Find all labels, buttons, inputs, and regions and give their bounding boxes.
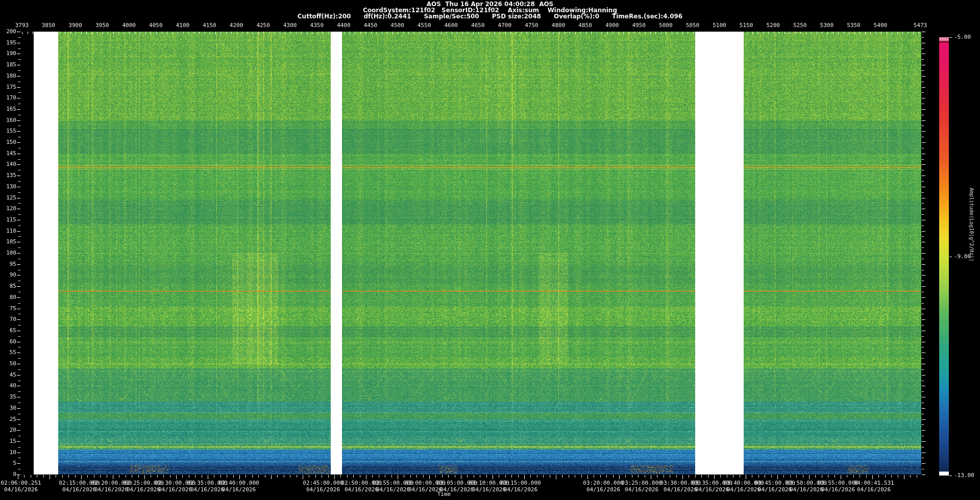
frequency-tick-label: 195	[2, 40, 16, 46]
frequency-tick-label: 135	[2, 172, 16, 179]
record-tick-label: 5000	[659, 22, 673, 29]
frequency-tick-label: 25	[2, 416, 16, 422]
record-tick-label: 3850	[42, 22, 56, 29]
frequency-tick-label: 110	[2, 228, 16, 234]
record-tick-label: 4450	[364, 22, 378, 29]
frequency-tick-label: 200	[2, 29, 16, 35]
time-tick-label: 02:06:00.251 04/16/2026	[1, 480, 41, 493]
frequency-tick-label: 75	[2, 306, 16, 312]
frequency-tick-label: 50	[2, 361, 16, 367]
frequency-tick-label: 10	[2, 449, 16, 456]
record-tick-label: 4900	[605, 22, 619, 29]
time-tick-label: 03:15:00.000 04/16/2026	[500, 480, 541, 493]
frequency-tick-label: 80	[2, 294, 16, 301]
record-tick-label: 4750	[525, 22, 538, 29]
frequency-tick-label: 15	[2, 438, 16, 444]
frequency-tick-label: 185	[2, 62, 16, 68]
frequency-tick-label: 125	[2, 195, 16, 201]
record-tick-label: 4850	[578, 22, 592, 29]
frequency-tick-label: 115	[2, 217, 16, 223]
frequency-tick-label: 150	[2, 139, 16, 145]
header-params-2: Cuttoff(Hz):200 df(Hz):0.2441 Sample/Sec…	[0, 13, 980, 19]
frequency-tick-label: 5	[2, 460, 16, 466]
colorbar-title: Amplitude(Log10(g^2/Hz))	[969, 188, 974, 331]
frequency-tick-label: 105	[2, 239, 16, 245]
frequency-tick-label: 180	[2, 73, 16, 79]
frequency-tick-label: 70	[2, 316, 16, 322]
record-tick-label: 5200	[766, 22, 780, 29]
record-tick-label: 5350	[847, 22, 861, 29]
record-tick-label: 4800	[552, 22, 566, 29]
frequency-tick-label: 40	[2, 383, 16, 389]
record-tick-label: 5300	[820, 22, 834, 29]
frequency-tick-label: 45	[2, 372, 16, 378]
frequency-tick-label: 0	[2, 471, 16, 478]
frequency-tick-label: 95	[2, 261, 16, 267]
record-tick-label: 4300	[283, 22, 297, 29]
time-tick-label: 04:00:41.531 04/16/2026	[853, 480, 894, 493]
record-tick-label: 4950	[632, 22, 646, 29]
record-tick-label: 4500	[390, 22, 404, 29]
record-tick-label: 5150	[740, 22, 753, 29]
record-tick-label: 5250	[793, 22, 807, 29]
record-tick-label: 4550	[418, 22, 431, 29]
time-axis-title: Time	[437, 491, 451, 497]
record-tick-label: 4350	[310, 22, 324, 29]
frequency-tick-label: 130	[2, 184, 16, 190]
record-tick-label: 5473	[914, 22, 927, 29]
frequency-tick-label: 165	[2, 106, 16, 112]
record-tick-label: 4650	[471, 22, 485, 29]
record-tick-label: 3950	[95, 22, 109, 29]
frequency-tick-label: 90	[2, 272, 16, 278]
record-tick-label: 4200	[230, 22, 243, 29]
record-tick-label: 4050	[149, 22, 163, 29]
time-tick-label: 03:55:00.000 04/16/2026	[818, 480, 858, 493]
time-tick-label: 03:20:00.000 04/16/2026	[583, 480, 623, 493]
frequency-tick-label: 85	[2, 283, 16, 289]
frequency-tick-label: 55	[2, 349, 16, 356]
record-tick-label: 4700	[498, 22, 512, 29]
frequency-tick-label: 65	[2, 328, 16, 334]
record-tick-label: 5100	[713, 22, 726, 29]
frequency-tick-label: 170	[2, 95, 16, 101]
colorbar-tick-label: -13.00	[954, 472, 974, 479]
frequency-tick-label: 175	[2, 84, 16, 90]
frequency-tick-label: 155	[2, 128, 16, 134]
frequency-tick-label: 145	[2, 151, 16, 157]
record-tick-label: 4250	[256, 22, 270, 29]
aos-spectrogram-app: { "header": { "line1": "AOS Thu 16 Apr 2…	[0, 0, 980, 500]
record-tick-label: 4150	[203, 22, 216, 29]
frequency-tick-label: 20	[2, 427, 16, 433]
time-tick-label: 02:45:00.000 04/16/2026	[303, 480, 343, 493]
frequency-tick-label: 30	[2, 405, 16, 411]
record-tick-label: 4000	[122, 22, 136, 29]
record-tick-label: 5050	[686, 22, 700, 29]
frequency-tick-label: 190	[2, 51, 16, 57]
colorbar-tick-label: -5.00	[954, 34, 971, 40]
frequency-tick-label: 100	[2, 250, 16, 256]
record-tick-label: 3900	[68, 22, 82, 29]
record-tick-label: 5400	[874, 22, 888, 29]
frequency-tick-label: 160	[2, 117, 16, 123]
time-tick-label: 02:40:00.000 04/16/2026	[218, 480, 259, 493]
frequency-tick-label: 140	[2, 161, 16, 167]
frequency-tick-label: 35	[2, 394, 16, 400]
record-tick-label: 4600	[444, 22, 458, 29]
record-tick-label: 4400	[337, 22, 351, 29]
time-tick-label: 03:25:00.000 04/16/2026	[621, 480, 662, 493]
record-tick-label: 4100	[176, 22, 190, 29]
spectrogram-canvas[interactable]	[0, 0, 980, 500]
frequency-tick-label: 120	[2, 206, 16, 212]
frequency-tick-label: 60	[2, 339, 16, 345]
record-tick-label: 3793	[15, 22, 29, 29]
